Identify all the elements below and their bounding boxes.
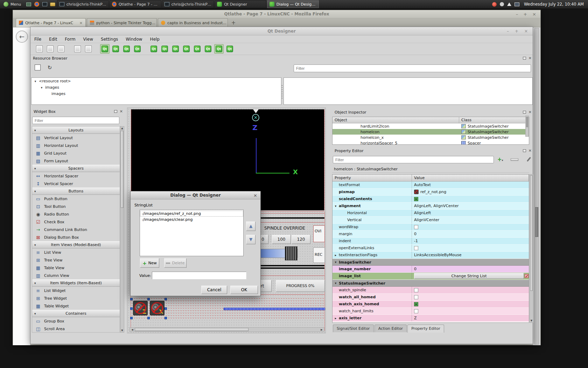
scrollbar-thumb[interactable] xyxy=(135,328,248,331)
home-icon-widget-x[interactable]: X xyxy=(150,301,164,315)
taskbar-window-4[interactable]: Dialog — Qt Designer xyxy=(267,0,319,8)
network-icon[interactable] xyxy=(507,2,511,6)
widget-item[interactable]: ⊡Tool Button xyxy=(32,203,120,210)
column-header-value[interactable]: Value xyxy=(412,175,529,181)
selection-handle[interactable] xyxy=(164,317,167,319)
property-row-axis_letter[interactable]: ▸axis_letterZ xyxy=(332,315,529,322)
tab-action-editor[interactable]: Action Editor xyxy=(374,325,407,332)
save-form-button[interactable] xyxy=(56,44,66,54)
cancel-button[interactable]: Cancel xyxy=(201,286,227,294)
firefox-icon[interactable] xyxy=(34,1,40,7)
dock-close-icon[interactable]: × xyxy=(120,110,123,113)
taskbar-window-3[interactable]: Qt Designer xyxy=(215,0,266,8)
taskbar-window-2[interactable]: chris@chris-ThinkPa... xyxy=(162,0,214,8)
property-editor-scrollbar[interactable]: ▼ xyxy=(530,174,533,323)
selection-handle[interactable] xyxy=(147,317,150,319)
property-row-Horizontal[interactable]: HorizontalAlignLeft xyxy=(332,210,529,217)
maximize-icon[interactable]: + xyxy=(515,29,518,34)
widget-filter-input[interactable] xyxy=(32,117,119,124)
widget-item[interactable]: ▦Table View xyxy=(32,264,120,272)
checkbox-checked[interactable]: ✕ xyxy=(414,197,418,201)
maximize-icon[interactable]: + xyxy=(523,12,527,17)
property-filter-input[interactable] xyxy=(333,156,494,163)
progress-line-widget[interactable] xyxy=(224,308,325,310)
property-row-watch_all_homed[interactable]: watch_all_homed xyxy=(332,294,529,301)
chevron-down-icon[interactable]: ▾ xyxy=(334,204,337,208)
object-row-homeIcon[interactable]: homeIconStatusImageSwitcher xyxy=(332,129,529,135)
scroll-left-icon[interactable]: ◀ xyxy=(130,328,134,332)
widget-item[interactable]: ▦Table Widget xyxy=(32,302,120,310)
scrollbar-thumb[interactable] xyxy=(535,207,538,237)
change-string-list-button[interactable]: Change String List xyxy=(414,273,524,279)
scroll-up-icon[interactable]: ▲ xyxy=(120,127,124,130)
property-group-StatusImageSwitcher[interactable]: ▾StatusImageSwitcher xyxy=(332,280,529,287)
widget-item[interactable]: ↕Vertical Spacer xyxy=(32,180,120,188)
ok-button[interactable]: OK xyxy=(230,286,258,294)
tab-close-icon[interactable]: × xyxy=(79,21,83,25)
move-up-button[interactable]: ▲ xyxy=(246,222,255,231)
form-horizontal-scrollbar[interactable]: ◀ ▶ xyxy=(130,327,324,332)
close-icon[interactable]: × xyxy=(524,29,528,34)
remove-dynamic-property-icon[interactable] xyxy=(511,158,518,161)
layout-horizontal-button[interactable]: Qt xyxy=(149,44,159,54)
minimize-icon[interactable]: – xyxy=(516,12,518,17)
edit-resources-icon[interactable] xyxy=(35,64,41,70)
checkbox-unchecked[interactable] xyxy=(414,295,418,299)
add-dynamic-property-icon[interactable]: +▾ xyxy=(497,156,508,163)
widget-section-0[interactable]: ▾Layouts xyxy=(32,127,120,134)
resource-filter-input[interactable] xyxy=(294,64,531,72)
widget-section-4[interactable]: ▾Item Widgets (Item-Based) xyxy=(32,279,120,287)
checkbox-checked[interactable]: ✕ xyxy=(414,302,418,306)
widget-item[interactable]: ⊠Dialog Button Box xyxy=(32,233,120,241)
tab-property-editor[interactable]: Property Editor xyxy=(407,325,444,333)
widget-item[interactable]: ▥Column View xyxy=(32,272,120,279)
selection-handle[interactable] xyxy=(164,298,167,300)
edit-signals-button[interactable]: Qt xyxy=(111,44,120,54)
firefox-tab-1[interactable]: python - Simple Tkinter Togg...× xyxy=(87,18,157,27)
edit-buddies-button[interactable]: Qt xyxy=(122,44,131,54)
widget-box-scrollbar[interactable]: ▲ ▼ xyxy=(120,126,124,333)
scrollbar-thumb[interactable] xyxy=(530,175,533,291)
splitter-handle[interactable] xyxy=(281,84,283,98)
column-header-property[interactable]: Property xyxy=(332,175,412,181)
selection-handle[interactable] xyxy=(164,307,167,310)
break-layout-button[interactable]: Qt xyxy=(214,44,224,54)
menu-window[interactable]: Window xyxy=(122,37,146,42)
value-input[interactable] xyxy=(152,272,246,279)
dock-float-icon[interactable] xyxy=(523,149,526,152)
dock-float-icon[interactable] xyxy=(523,111,526,114)
property-row-watch_axis_homed[interactable]: watch_axis_homed✕ xyxy=(332,301,529,308)
checkbox-unchecked[interactable] xyxy=(414,225,418,229)
widget-item[interactable]: ▭Push Button xyxy=(32,195,120,203)
selection-handle[interactable] xyxy=(130,307,133,310)
chevron-right-icon[interactable]: ▸ xyxy=(334,253,337,257)
open-form-button[interactable] xyxy=(46,44,55,54)
resource-tree-item[interactable]: images xyxy=(31,90,281,97)
scrollbar-thumb[interactable] xyxy=(121,131,124,208)
property-row-image_number[interactable]: image_number0 xyxy=(332,266,529,273)
widget-item[interactable]: ⊞Tree View xyxy=(32,256,120,264)
widget-section-3[interactable]: ▾Item Views (Model-Based) xyxy=(32,241,120,248)
menu-button[interactable]: Menu xyxy=(0,0,24,8)
show-desktop-icon[interactable] xyxy=(26,1,31,7)
expander-icon[interactable]: ▾ xyxy=(40,86,43,89)
back-button[interactable]: ← xyxy=(16,30,28,43)
override-button-100[interactable]: 100 xyxy=(272,235,291,244)
edit-widgets-button[interactable]: Qt xyxy=(100,44,110,54)
selection-handle[interactable] xyxy=(147,298,150,300)
dock-float-icon[interactable] xyxy=(523,57,526,60)
shield-icon[interactable] xyxy=(492,2,497,7)
property-row-Vertical[interactable]: VerticalAlignVCenter xyxy=(332,217,529,224)
selection-handle[interactable] xyxy=(130,317,133,319)
widget-item[interactable]: ≡List Widget xyxy=(32,287,120,294)
clock[interactable]: Wednesday July 22, 10:40 AM xyxy=(524,2,584,7)
dock-close-icon[interactable]: × xyxy=(528,56,532,60)
minimize-icon[interactable]: – xyxy=(507,29,509,34)
terminal-icon[interactable] xyxy=(42,1,48,7)
layout-grid-button[interactable]: Qt xyxy=(203,44,213,54)
selection-handle[interactable] xyxy=(130,298,133,300)
scroll-down-icon[interactable]: ▼ xyxy=(120,329,124,332)
home-icon-widget-z[interactable]: Z xyxy=(133,301,148,315)
widget-section-5[interactable]: ▾Containers xyxy=(32,310,120,317)
layout-vertical-button[interactable]: Qt xyxy=(160,44,169,54)
